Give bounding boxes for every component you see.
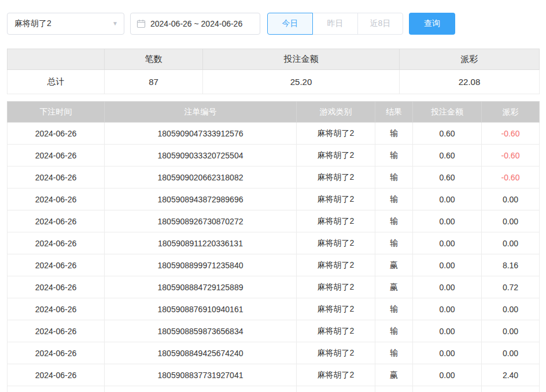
game-select[interactable]: 麻将胡了2 ▼ — [7, 13, 124, 35]
cell-bet-time — [8, 386, 105, 392]
cell-order-id: 1805908943872989696 — [105, 188, 297, 210]
cell-result: 输 — [375, 145, 413, 167]
cell-bet-time: 2024-06-26 — [8, 276, 105, 298]
cell-order-id: 1805908926730870272 — [105, 210, 297, 232]
records-body: 2024-06-261805909047333912576麻将胡了2输0.60-… — [8, 123, 540, 392]
cell-result: 输 — [375, 123, 413, 145]
cell-order-id: 1805908884729125889 — [105, 276, 297, 298]
cell-result: 赢 — [375, 364, 413, 386]
table-row: 2024-06-261805909047333912576麻将胡了2输0.60-… — [8, 123, 540, 145]
cell-game-type — [297, 386, 375, 392]
header-bet-time: 下注时间 — [8, 102, 105, 123]
cell-payout: -0.60 — [482, 145, 540, 167]
date-range-picker[interactable]: 2024-06-26 ~ 2024-06-26 — [130, 13, 260, 35]
cell-bet-amount: 0.00 — [413, 232, 482, 254]
cell-order-id — [105, 386, 297, 392]
cell-bet-time: 2024-06-26 — [8, 298, 105, 320]
cell-bet-amount: 0.00 — [413, 298, 482, 320]
cell-bet-time: 2024-06-26 — [8, 210, 105, 232]
table-row: 2024-06-261805908837731927041麻将胡了2赢0.002… — [8, 364, 540, 386]
cell-payout: -0.60 — [482, 167, 540, 188]
cell-result: 输 — [375, 188, 413, 210]
cell-bet-time: 2024-06-26 — [8, 342, 105, 364]
table-row: 2024-06-261805908849425674240麻将胡了2输0.000… — [8, 342, 540, 364]
summary-table: 笔数 投注金额 派彩 总计 87 25.20 22.08 — [7, 49, 540, 94]
cell-bet-amount: 0.00 — [413, 342, 482, 364]
cell-payout: 0.00 — [482, 188, 540, 210]
cell-payout: 2.40 — [482, 364, 540, 386]
records-header-row: 下注时间 注单编号 游戏类别 结果 投注金额 派彩 — [8, 102, 540, 123]
summary-header-payout: 派彩 — [400, 49, 540, 70]
cell-bet-amount: 0.60 — [413, 167, 482, 188]
cell-payout: 0.00 — [482, 298, 540, 320]
cell-bet-amount — [413, 386, 482, 392]
header-bet-amount: 投注金额 — [413, 102, 482, 123]
cell-payout: 0.00 — [482, 320, 540, 342]
cell-payout: 0.00 — [482, 342, 540, 364]
cell-bet-amount: 0.00 — [413, 276, 482, 298]
cell-bet-time: 2024-06-26 — [8, 364, 105, 386]
date-range-value: 2024-06-26 ~ 2024-06-26 — [150, 19, 242, 28]
cell-order-id: 1805908837731927041 — [105, 364, 297, 386]
cell-order-id: 1805909047333912576 — [105, 123, 297, 145]
cell-game-type: 麻将胡了2 — [297, 188, 375, 210]
cell-bet-amount: 0.00 — [413, 364, 482, 386]
cell-payout: 8.16 — [482, 254, 540, 276]
cell-bet-time: 2024-06-26 — [8, 188, 105, 210]
cell-bet-time: 2024-06-26 — [8, 167, 105, 188]
cell-result: 输 — [375, 342, 413, 364]
quick-date-today-button[interactable]: 今日 — [267, 13, 313, 35]
summary-header-count: 笔数 — [105, 49, 203, 70]
quick-date-group: 今日 昨日 近8日 — [267, 13, 403, 35]
cell-game-type: 麻将胡了2 — [297, 254, 375, 276]
cell-result: 赢 — [375, 254, 413, 276]
header-result: 结果 — [375, 102, 413, 123]
summary-header-bet-amount: 投注金额 — [203, 49, 400, 70]
chevron-down-icon: ▼ — [112, 21, 118, 27]
query-button[interactable]: 查询 — [409, 13, 455, 35]
cell-payout: 0.72 — [482, 276, 540, 298]
cell-bet-amount: 0.00 — [413, 188, 482, 210]
cell-order-id: 1805908849425674240 — [105, 342, 297, 364]
cell-bet-amount: 0.60 — [413, 145, 482, 167]
cell-bet-time: 2024-06-26 — [8, 320, 105, 342]
cell-bet-amount: 0.00 — [413, 254, 482, 276]
summary-header-blank — [8, 49, 105, 70]
header-order-id: 注单编号 — [105, 102, 297, 123]
calendar-icon — [136, 19, 146, 28]
cell-bet-amount: 0.60 — [413, 123, 482, 145]
summary-total-count: 87 — [105, 70, 203, 94]
quick-date-last8days-button[interactable]: 近8日 — [357, 13, 403, 35]
header-game-type: 游戏类别 — [297, 102, 375, 123]
table-row: 2024-06-261805909033320725504麻将胡了2输0.60-… — [8, 145, 540, 167]
cell-result: 输 — [375, 298, 413, 320]
betting-records-page: 麻将胡了2 ▼ 2024-06-26 ~ 2024-06-26 今日 昨日 近8… — [0, 13, 546, 392]
cell-game-type: 麻将胡了2 — [297, 145, 375, 167]
table-row: 2024-06-261805908911220336131麻将胡了2输0.000… — [8, 232, 540, 254]
cell-result: 输 — [375, 167, 413, 188]
cell-game-type: 麻将胡了2 — [297, 167, 375, 188]
cell-game-type: 麻将胡了2 — [297, 210, 375, 232]
cell-order-id: 1805909033320725504 — [105, 145, 297, 167]
cell-result: 输 — [375, 210, 413, 232]
cell-payout: 0.00 — [482, 210, 540, 232]
cell-game-type: 麻将胡了2 — [297, 276, 375, 298]
records-table: 下注时间 注单编号 游戏类别 结果 投注金额 派彩 2024-06-261805… — [7, 101, 540, 392]
cell-bet-time: 2024-06-26 — [8, 145, 105, 167]
cell-order-id: 1805908876910940161 — [105, 298, 297, 320]
cell-payout: 0.00 — [482, 232, 540, 254]
table-row: 2024-06-261805908899971235840麻将胡了2赢0.008… — [8, 254, 540, 276]
table-row: 2024-06-261805908884729125889麻将胡了2赢0.000… — [8, 276, 540, 298]
cell-bet-amount: 0.00 — [413, 210, 482, 232]
cell-game-type: 麻将胡了2 — [297, 123, 375, 145]
cell-result: 输 — [375, 232, 413, 254]
table-row: 2024-06-261805909020662318082麻将胡了2输0.60-… — [8, 167, 540, 188]
summary-header-row: 笔数 投注金额 派彩 — [8, 49, 540, 70]
cell-game-type: 麻将胡了2 — [297, 298, 375, 320]
cell-bet-time: 2024-06-26 — [8, 123, 105, 145]
cell-result — [375, 386, 413, 392]
cell-bet-amount: 0.00 — [413, 320, 482, 342]
cell-result: 输 — [375, 320, 413, 342]
quick-date-yesterday-button[interactable]: 昨日 — [312, 13, 358, 35]
table-row: 2024-06-261805908943872989696麻将胡了2输0.000… — [8, 188, 540, 210]
